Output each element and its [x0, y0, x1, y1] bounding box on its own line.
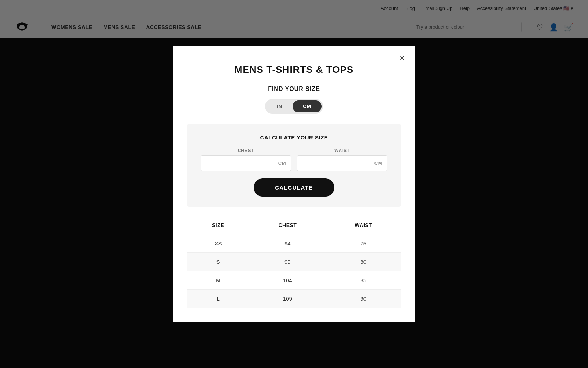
waist-cell: 75: [326, 234, 401, 253]
calc-inputs: CHEST CM WAIST CM: [201, 148, 387, 171]
chest-cell: 104: [249, 271, 326, 290]
waist-cell: 80: [326, 253, 401, 271]
size-cell: XS: [187, 234, 249, 253]
close-icon: ×: [400, 53, 405, 63]
size-col-header: SIZE: [187, 219, 249, 234]
chest-cell: 94: [249, 234, 326, 253]
waist-input-wrapper: CM: [297, 155, 387, 171]
chest-cell: 109: [249, 290, 326, 308]
size-cell: S: [187, 253, 249, 271]
toggle-container: IN CM: [265, 99, 323, 114]
chest-input[interactable]: [201, 155, 291, 171]
unit-toggle-cm[interactable]: CM: [293, 100, 322, 112]
size-table-header-row: SIZE CHEST WAIST: [187, 219, 401, 234]
chest-cell: 99: [249, 253, 326, 271]
size-cell: L: [187, 290, 249, 308]
chest-col-header: CHEST: [249, 219, 326, 234]
modal-close-button[interactable]: ×: [396, 52, 408, 64]
size-guide-modal: × MENS T-SHIRTS & TOPS FIND YOUR SIZE IN…: [173, 46, 415, 322]
waist-col-header: WAIST: [326, 219, 401, 234]
unit-toggle: IN CM: [187, 99, 401, 114]
waist-cell: 85: [326, 271, 401, 290]
table-row: S9980: [187, 253, 401, 271]
calculate-button[interactable]: CALCULATE: [254, 178, 334, 197]
calculator-section: CALCULATE YOUR SIZE CHEST CM WAIST CM CA…: [187, 124, 401, 207]
table-row: L10990: [187, 290, 401, 308]
waist-input[interactable]: [297, 155, 387, 171]
waist-input-group: WAIST CM: [297, 148, 387, 171]
find-your-size-label: FIND YOUR SIZE: [187, 86, 401, 92]
unit-toggle-in[interactable]: IN: [266, 100, 293, 112]
waist-cell: 90: [326, 290, 401, 308]
size-cell: M: [187, 271, 249, 290]
chest-input-group: CHEST CM: [201, 148, 291, 171]
calculator-title: CALCULATE YOUR SIZE: [201, 134, 387, 141]
chest-label: CHEST: [201, 148, 291, 153]
table-row: M10485: [187, 271, 401, 290]
chest-input-wrapper: CM: [201, 155, 291, 171]
size-table: SIZE CHEST WAIST XS9475S9980M10485L10990: [187, 219, 401, 308]
modal-title: MENS T-SHIRTS & TOPS: [187, 64, 401, 75]
waist-label: WAIST: [297, 148, 387, 153]
table-row: XS9475: [187, 234, 401, 253]
size-table-header: SIZE CHEST WAIST: [187, 219, 401, 234]
size-table-body: XS9475S9980M10485L10990: [187, 234, 401, 308]
